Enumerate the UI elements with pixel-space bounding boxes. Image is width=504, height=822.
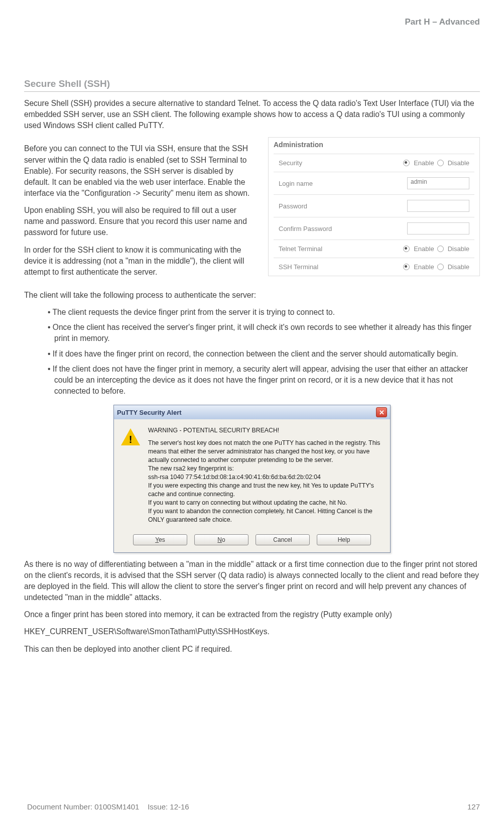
label-confirmpassword: Confirm Password [279,225,332,232]
admin-row-telnet: Telnet Terminal Enable Disable [274,240,474,258]
dialog-line: If you want to carry on connecting but w… [148,499,381,507]
radio-security-disable[interactable] [437,160,444,166]
no-rest: o [222,536,225,543]
paragraph-9: This can then be deployed into another c… [24,644,480,655]
dialog-line: ssh-rsa 1040 77:54:1d:bd:08:1a:c4:90:41:… [148,473,381,482]
paragraph-8: HKEY_CURRENT_USER\Software\SmonTatham\Pu… [24,626,480,637]
option-disable: Disable [448,245,469,253]
doc-number: Document Number: 0100SM1401 [27,802,139,811]
paragraph-intro: Secure Shell (SSH) provides a secure alt… [24,98,480,131]
label-ssh: SSH Terminal [279,263,318,271]
option-disable: Disable [448,263,469,271]
dialog-line: If you were expecting this change and tr… [148,482,381,499]
admin-row-password: Password [274,194,474,217]
label-telnet: Telnet Terminal [279,245,322,253]
bullet-item: If the client does not have the finger p… [54,364,480,397]
dialog-buttons: Yes No Cancel Help [114,531,390,552]
dialog-line: If you want to abandon the connection co… [148,507,381,524]
option-disable: Disable [448,159,469,167]
dialog-body: WARNING - POTENTIAL SECURITY BREACH! The… [114,419,390,531]
radio-security-enable[interactable] [403,160,410,166]
paragraph-7: Once a finger print has been stored into… [24,609,480,620]
warning-icon [121,428,140,445]
paragraph-5: The client will take the following proce… [24,290,480,301]
help-button[interactable]: Help [317,534,371,545]
admin-row-loginname: Login name admin [274,172,474,194]
bullet-item: If it does have the finger print on reco… [54,348,480,360]
paragraph-4: In order for the SSH client to know it i… [24,245,258,278]
section-title: Secure Shell (SSH) [24,78,480,92]
input-confirmpassword[interactable] [407,222,469,234]
dialog-line: WARNING - POTENTIAL SECURITY BREACH! [148,426,381,435]
dialog-titlebar: PuTTY Security Alert ✕ [114,405,390,419]
radio-telnet-enable[interactable] [403,246,410,252]
option-enable: Enable [414,245,434,253]
admin-title: Administration [269,138,479,154]
bullet-item: The client requests the device finger pr… [54,307,480,318]
no-button[interactable]: No [194,534,248,545]
admin-panel: Administration Security Enable Disable L… [268,137,480,276]
label-loginname: Login name [279,180,313,187]
cancel-button[interactable]: Cancel [256,534,310,545]
dialog-line: The server's host key does not match the… [148,439,381,464]
input-loginname[interactable]: admin [407,177,469,189]
dialog-line: The new rsa2 key fingerprint is: [148,464,381,473]
paragraph-6: As there is no way of differentiating be… [24,559,480,604]
radio-telnet-disable[interactable] [437,246,444,252]
paragraph-3: Upon enabling SSH, you will also be requ… [24,205,258,238]
page-number: 127 [467,802,480,811]
bullet-list: The client requests the device finger pr… [24,307,480,397]
dialog-title: PuTTY Security Alert [117,409,182,416]
putty-dialog: PuTTY Security Alert ✕ WARNING - POTENTI… [113,405,391,553]
close-icon[interactable]: ✕ [376,407,387,417]
radio-ssh-disable[interactable] [437,264,444,270]
issue: Issue: 12-16 [148,802,189,811]
page-footer: Document Number: 0100SM1401 Issue: 12-16… [27,802,480,811]
label-password: Password [279,202,307,210]
option-enable: Enable [414,159,434,167]
input-password[interactable] [407,200,469,212]
admin-row-ssh: SSH Terminal Enable Disable [274,258,474,276]
label-security: Security [279,159,302,167]
radio-ssh-enable[interactable] [403,264,410,270]
yes-rest: es [159,536,165,543]
option-enable: Enable [414,263,434,271]
part-header: Part H – Advanced [405,17,480,27]
paragraph-2: Before you can connect to the TUI via SS… [24,143,258,199]
bullet-item: Once the client has received the server'… [54,322,480,344]
admin-row-security: Security Enable Disable [274,154,474,172]
yes-button[interactable]: Yes [133,534,187,545]
admin-row-confirmpassword: Confirm Password [274,217,474,240]
